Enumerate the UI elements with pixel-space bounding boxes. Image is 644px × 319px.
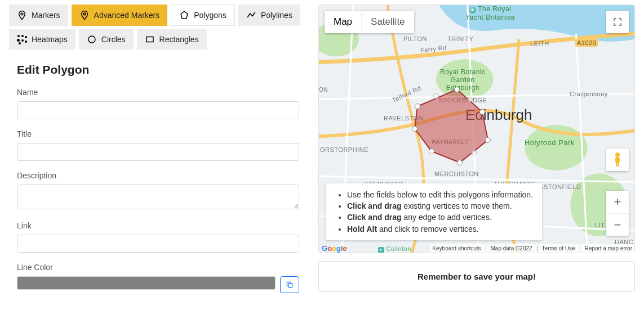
name-input[interactable] [17, 101, 299, 119]
polygon-vertex[interactable] [415, 104, 420, 109]
pegman-icon [611, 152, 624, 168]
title-input[interactable] [17, 143, 299, 161]
fullscreen-icon [612, 17, 623, 27]
svg-rect-13 [616, 162, 618, 167]
polygon-shape[interactable] [409, 84, 499, 168]
keyboard-shortcuts-link[interactable]: Keyboard shortcuts [432, 245, 481, 251]
svg-point-0 [21, 13, 23, 15]
area-label: ORSTORPHINE [320, 146, 368, 153]
area-label: ON [319, 87, 328, 93]
park-label: Holyrood Park [525, 138, 575, 147]
area-label: PILTON [403, 35, 427, 42]
tab-label: Circles [101, 35, 126, 44]
rectangle-icon [145, 34, 155, 44]
tab-advanced-markers[interactable]: Advanced Markers [72, 5, 168, 26]
line-color-label: Line Color [17, 263, 299, 272]
map-type-map[interactable]: Map [325, 11, 361, 33]
svg-marker-10 [415, 89, 488, 163]
circle-icon [87, 34, 97, 44]
tab-polylines[interactable]: Polylines [238, 5, 300, 26]
copy-icon [286, 281, 294, 289]
fullscreen-button[interactable] [606, 11, 629, 33]
polygon-midpoint[interactable] [467, 97, 473, 102]
polyline-icon [246, 10, 256, 20]
polygon-vertex[interactable] [479, 109, 485, 115]
terms-link[interactable]: Terms of Use [542, 245, 575, 251]
poi-label: ⛴ The Royal Yacht Britannia [465, 5, 515, 21]
zoom-control: + − [606, 191, 629, 236]
zoom-out-button[interactable]: − [606, 213, 629, 236]
polygon-midpoint[interactable] [433, 93, 439, 99]
polygon-icon [179, 10, 189, 20]
description-input[interactable] [17, 185, 299, 209]
map-canvas[interactable]: ⛴ The Royal Yacht Britannia TRINITY PILT… [318, 5, 635, 253]
polygon-vertex[interactable] [454, 87, 460, 92]
area-label: TRINITY [447, 35, 473, 42]
map-data-label: Map data ©2022 [491, 245, 532, 251]
polygon-vertex[interactable] [429, 149, 434, 154]
tab-label: Markers [32, 11, 60, 20]
svg-rect-14 [618, 162, 620, 167]
tab-label: Rectangles [159, 35, 199, 44]
tab-label: Heatmaps [32, 35, 68, 44]
link-input[interactable] [17, 235, 299, 253]
tab-heatmaps[interactable]: Heatmaps [9, 29, 75, 50]
instruction-item: Hold Alt and click to remove vertices. [347, 223, 533, 235]
title-label: Title [17, 129, 299, 138]
report-error-link[interactable]: Report a map error [585, 245, 632, 251]
shape-type-tabs: Markers Advanced Markers Polygons Polyli… [9, 5, 307, 50]
map-attribution: Keyboard shortcuts Map data ©2022 Terms … [430, 244, 634, 253]
form-heading: Edit Polygon [17, 63, 299, 77]
area-label: MERCHISTON [434, 170, 479, 177]
color-picker-button[interactable] [280, 276, 299, 293]
svg-point-2 [88, 36, 95, 43]
instructions-panel: Use the fields below to edit this polygo… [326, 183, 542, 240]
streetview-pegman[interactable] [606, 149, 629, 171]
tab-label: Polygons [194, 11, 226, 20]
pin-icon [79, 10, 90, 20]
pin-icon [17, 10, 27, 20]
area-label: LEITH [530, 40, 549, 47]
name-label: Name [17, 88, 299, 97]
svg-point-11 [615, 152, 620, 157]
instruction-item: Click and drag existing vertices to move… [347, 200, 533, 212]
road-label: A1020 [575, 39, 598, 47]
svg-rect-3 [146, 37, 153, 42]
zoom-in-button[interactable]: + [606, 191, 629, 213]
tab-markers[interactable]: Markers [9, 5, 68, 26]
map-type-satellite[interactable]: Satellite [361, 11, 414, 33]
area-label: Craigentinny [570, 91, 608, 97]
svg-rect-12 [615, 157, 620, 163]
save-reminder: Remember to save your map! [318, 261, 635, 292]
tab-label: Advanced Markers [94, 11, 160, 20]
area-label: ▸ Colinton [378, 245, 411, 253]
instruction-item: Click and drag any edge to add vertices. [347, 212, 533, 223]
tab-circles[interactable]: Circles [79, 29, 134, 50]
tab-rectangles[interactable]: Rectangles [137, 29, 207, 50]
edit-polygon-form: Edit Polygon Name Title Description Link… [9, 57, 307, 293]
google-logo: Google [322, 244, 347, 253]
svg-point-1 [83, 13, 86, 15]
polygon-vertex[interactable] [412, 126, 418, 132]
tab-polygons[interactable]: Polygons [171, 5, 235, 26]
description-label: Description [17, 171, 299, 180]
link-label: Link [17, 221, 299, 230]
svg-rect-4 [288, 284, 292, 287]
polygon-vertex[interactable] [457, 160, 463, 165]
heatmap-icon [17, 34, 27, 44]
polygon-vertex[interactable] [485, 137, 491, 143]
line-color-swatch[interactable] [17, 276, 276, 290]
polygon-midpoint[interactable] [471, 150, 477, 155]
instruction-item: Use the fields below to edit this polygo… [347, 189, 533, 200]
tab-label: Polylines [261, 11, 292, 20]
map-type-control: Map Satellite [325, 11, 414, 33]
